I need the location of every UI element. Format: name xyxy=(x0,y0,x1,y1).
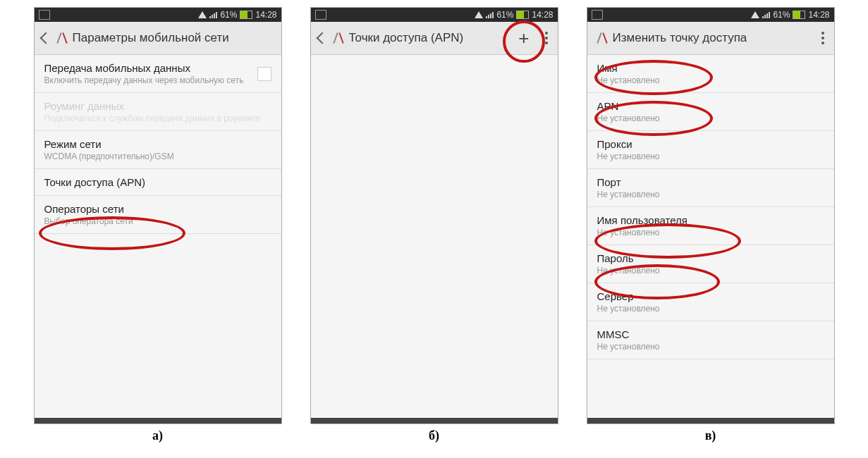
field-proxy[interactable]: Прокси Не установлено xyxy=(587,131,834,169)
nav-bar xyxy=(587,418,834,423)
field-password[interactable]: Пароль Не установлено xyxy=(587,245,834,283)
apn-edit-list: Имя Не установлено APN Не установлено Пр… xyxy=(587,55,834,424)
wifi-icon xyxy=(198,11,207,18)
item-subtitle: WCDMA (предпочтительно)/GSM xyxy=(44,151,271,161)
item-title: Операторы сети xyxy=(44,203,271,215)
clock: 14:28 xyxy=(255,10,276,20)
overflow-icon[interactable] xyxy=(539,32,554,44)
battery-icon xyxy=(240,11,252,19)
status-bar: 61% 14:28 xyxy=(35,8,281,22)
battery-label: 61% xyxy=(220,10,237,20)
field-value: Не установлено xyxy=(597,304,824,314)
settings-tools-icon xyxy=(332,32,345,44)
settings-tools-icon xyxy=(56,32,68,44)
phone-c: 61% 14:28 Изменить точку доступа Имя Не … xyxy=(587,7,835,424)
field-name[interactable]: Имя Не установлено xyxy=(587,55,834,93)
wifi-icon xyxy=(475,11,483,18)
status-bar: 61% 14:28 xyxy=(587,8,834,22)
item-operators[interactable]: Операторы сети Выбор оператора сети xyxy=(35,196,281,234)
page-title: Изменить точку доступа xyxy=(613,31,812,45)
clock: 14:28 xyxy=(808,10,829,20)
field-server[interactable]: Сервер Не установлено xyxy=(587,283,834,321)
item-title: Точки доступа (APN) xyxy=(44,176,271,188)
field-label: MMSC xyxy=(597,328,824,340)
caption-c: в) xyxy=(705,428,716,443)
field-value: Не установлено xyxy=(597,190,824,199)
checkbox[interactable] xyxy=(257,67,271,81)
field-username[interactable]: Имя пользователя Не установлено xyxy=(587,207,834,245)
signal-icon xyxy=(486,12,494,18)
battery-label: 61% xyxy=(496,10,513,20)
field-value: Не установлено xyxy=(597,113,824,123)
overflow-icon[interactable] xyxy=(816,32,830,44)
header-bar: Изменить точку доступа xyxy=(587,22,834,55)
field-value: Не установлено xyxy=(597,342,824,352)
status-bar: 61% 14:28 xyxy=(311,8,558,22)
field-label: Имя пользователя xyxy=(597,214,824,226)
field-label: Прокси xyxy=(597,138,824,150)
item-mobile-data[interactable]: Передача мобильных данных Включить перед… xyxy=(35,55,281,93)
page-title: Параметры мобильной сети xyxy=(73,31,277,45)
settings-list: Передача мобильных данных Включить перед… xyxy=(35,55,281,424)
nav-bar xyxy=(311,418,558,423)
caption-a: а) xyxy=(152,428,163,443)
phone-a: 61% 14:28 Параметры мобильной сети Перед… xyxy=(34,7,282,424)
back-icon[interactable] xyxy=(39,32,51,44)
field-label: Порт xyxy=(597,176,824,188)
header-bar: Параметры мобильной сети xyxy=(35,22,281,55)
back-icon[interactable] xyxy=(316,32,328,44)
field-value: Не установлено xyxy=(597,151,824,161)
field-port[interactable]: Порт Не установлено xyxy=(587,169,834,207)
field-value: Не установлено xyxy=(597,228,824,237)
item-subtitle: Включить передачу данных через мобильную… xyxy=(44,75,271,85)
page-title: Точки доступа (APN) xyxy=(349,31,509,45)
clock: 14:28 xyxy=(532,10,553,20)
add-icon[interactable]: + xyxy=(513,29,534,47)
signal-icon xyxy=(209,12,217,18)
item-subtitle: Выбор оператора сети xyxy=(44,216,271,226)
nav-bar xyxy=(35,418,281,423)
notification-icon xyxy=(39,10,50,20)
item-apn[interactable]: Точки доступа (APN) xyxy=(35,169,281,196)
settings-tools-icon xyxy=(596,32,609,44)
signal-icon xyxy=(762,12,770,18)
field-label: Сервер xyxy=(597,290,824,302)
field-label: APN xyxy=(597,100,824,112)
battery-icon xyxy=(516,11,529,19)
item-subtitle: Подключаться к службам передачи данных в… xyxy=(44,113,271,123)
notification-icon xyxy=(592,10,603,20)
item-title: Роуминг данных xyxy=(44,100,271,112)
field-value: Не установлено xyxy=(597,266,824,276)
item-title: Передача мобильных данных xyxy=(44,62,271,74)
field-label: Пароль xyxy=(597,252,824,264)
field-mmsc[interactable]: MMSC Не установлено xyxy=(587,321,834,359)
phone-b: 61% 14:28 Точки доступа (APN) + xyxy=(310,7,558,424)
field-apn[interactable]: APN Не установлено xyxy=(587,93,834,131)
notification-icon xyxy=(315,10,326,20)
item-title: Режим сети xyxy=(44,138,271,150)
header-bar: Точки доступа (APN) + xyxy=(311,22,558,55)
apn-list-empty xyxy=(311,55,558,424)
field-label: Имя xyxy=(597,62,824,74)
item-network-mode[interactable]: Режим сети WCDMA (предпочтительно)/GSM xyxy=(35,131,281,169)
caption-b: б) xyxy=(429,428,439,443)
wifi-icon xyxy=(751,11,759,18)
field-value: Не установлено xyxy=(597,75,824,85)
battery-icon xyxy=(793,11,805,19)
item-data-roaming: Роуминг данных Подключаться к службам пе… xyxy=(35,93,281,131)
battery-label: 61% xyxy=(773,10,790,20)
